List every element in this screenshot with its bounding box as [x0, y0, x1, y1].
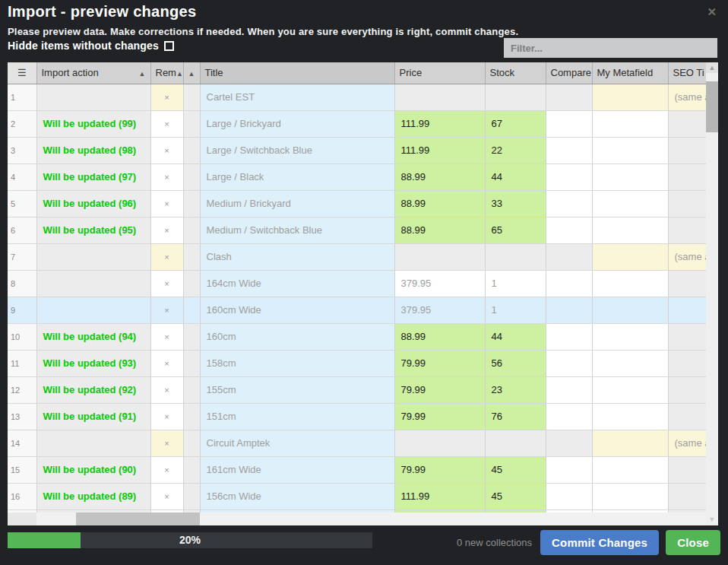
compare-cell[interactable] — [546, 456, 592, 483]
stock-cell[interactable]: 23 — [485, 376, 546, 403]
stock-cell[interactable] — [485, 84, 546, 110]
compare-cell[interactable] — [546, 84, 592, 110]
import-action-cell[interactable] — [36, 430, 150, 456]
price-cell[interactable]: 379.95 — [394, 270, 485, 297]
price-cell[interactable] — [394, 243, 485, 270]
seo-title-cell[interactable] — [668, 163, 706, 190]
import-action-cell[interactable] — [36, 270, 150, 297]
compare-cell[interactable] — [546, 270, 592, 297]
stock-cell[interactable]: 1 — [485, 297, 546, 323]
col-header-title[interactable]: Title — [200, 62, 394, 84]
compare-cell[interactable] — [546, 403, 592, 430]
import-action-cell[interactable]: Will be updated (98) — [36, 137, 150, 163]
stock-cell[interactable]: 76 — [485, 403, 546, 430]
spacer-cell[interactable] — [183, 376, 200, 403]
title-cell[interactable]: Medium / Brickyard — [200, 190, 394, 217]
remove-cell[interactable]: × — [150, 110, 183, 137]
title-cell[interactable]: 158cm — [200, 350, 394, 376]
compare-cell[interactable] — [546, 430, 592, 456]
price-cell[interactable]: 79.99 — [394, 403, 485, 430]
title-cell[interactable]: Large / Brickyard — [200, 110, 394, 137]
metafield-cell[interactable] — [592, 483, 668, 509]
col-header-price[interactable]: Price — [394, 62, 485, 84]
metafield-cell[interactable] — [592, 350, 668, 376]
import-action-cell[interactable]: Will be updated (96) — [36, 190, 150, 217]
stock-cell[interactable]: 44 — [485, 163, 546, 190]
spacer-cell[interactable] — [183, 110, 200, 137]
import-action-cell[interactable] — [36, 84, 150, 110]
price-cell[interactable]: 88.99 — [394, 217, 485, 243]
price-cell[interactable] — [394, 430, 485, 456]
metafield-cell[interactable] — [592, 456, 668, 483]
title-cell[interactable]: 164cm Wide — [200, 270, 394, 297]
title-cell[interactable]: Clash — [200, 243, 394, 270]
stock-cell[interactable]: 45 — [485, 456, 546, 483]
seo-title-cell[interactable] — [668, 190, 706, 217]
remove-cell[interactable]: × — [150, 403, 183, 430]
stock-cell[interactable]: 45 — [485, 483, 546, 509]
metafield-cell[interactable] — [592, 137, 668, 163]
seo-title-cell[interactable]: (same a — [668, 84, 706, 110]
metafield-cell[interactable] — [592, 323, 668, 350]
seo-title-cell[interactable] — [668, 110, 706, 137]
compare-cell[interactable] — [546, 297, 592, 323]
remove-cell[interactable]: × — [150, 217, 183, 243]
metafield-cell[interactable] — [592, 297, 668, 323]
import-action-cell[interactable]: Will be updated (99) — [36, 110, 150, 137]
import-action-cell[interactable]: Will be updated (97) — [36, 163, 150, 190]
remove-cell[interactable]: × — [150, 430, 183, 456]
stock-cell[interactable]: 33 — [485, 190, 546, 217]
filter-input[interactable] — [504, 38, 717, 58]
stock-cell[interactable]: 44 — [485, 323, 546, 350]
title-cell[interactable]: Cartel EST — [200, 84, 394, 110]
price-cell[interactable]: 111.99 — [394, 483, 485, 509]
import-action-cell[interactable]: Will be updated (90) — [36, 456, 150, 483]
remove-cell[interactable]: × — [150, 376, 183, 403]
compare-cell[interactable] — [546, 110, 592, 137]
spacer-cell[interactable] — [183, 483, 200, 509]
compare-cell[interactable] — [546, 483, 592, 509]
compare-cell[interactable] — [546, 163, 592, 190]
remove-cell[interactable]: × — [150, 137, 183, 163]
spacer-cell[interactable] — [183, 456, 200, 483]
title-cell[interactable]: 155cm — [200, 376, 394, 403]
seo-title-cell[interactable] — [668, 137, 706, 163]
seo-title-cell[interactable] — [668, 270, 706, 297]
title-cell[interactable]: 161cm Wide — [200, 456, 394, 483]
spacer-cell[interactable] — [183, 403, 200, 430]
import-action-cell[interactable] — [36, 297, 150, 323]
compare-cell[interactable] — [546, 243, 592, 270]
spacer-cell[interactable] — [183, 243, 200, 270]
title-cell[interactable]: Large / Black — [200, 163, 394, 190]
stock-cell[interactable]: 65 — [485, 217, 546, 243]
col-header-compare[interactable]: Compare — [546, 62, 592, 84]
seo-title-cell[interactable]: (same a — [668, 243, 706, 270]
spacer-cell[interactable] — [183, 350, 200, 376]
scroll-down-icon[interactable]: ▼ — [706, 514, 718, 525]
remove-cell[interactable]: × — [150, 483, 183, 509]
remove-cell[interactable]: × — [150, 323, 183, 350]
metafield-cell[interactable] — [592, 430, 668, 456]
metafield-cell[interactable] — [592, 84, 668, 110]
spacer-cell[interactable] — [183, 217, 200, 243]
title-cell[interactable]: Medium / Switchback Blue — [200, 217, 394, 243]
seo-title-cell[interactable] — [668, 403, 706, 430]
metafield-cell[interactable] — [592, 403, 668, 430]
seo-title-cell[interactable] — [668, 217, 706, 243]
import-action-cell[interactable]: Will be updated (95) — [36, 217, 150, 243]
compare-cell[interactable] — [546, 137, 592, 163]
col-header-rem[interactable]: Rem▲ — [150, 62, 183, 84]
remove-cell[interactable]: × — [150, 84, 183, 110]
price-cell[interactable]: 79.99 — [394, 456, 485, 483]
close-button[interactable]: Close — [666, 530, 720, 555]
compare-cell[interactable] — [546, 350, 592, 376]
compare-cell[interactable] — [546, 323, 592, 350]
remove-cell[interactable]: × — [150, 350, 183, 376]
title-cell[interactable]: Large / Switchback Blue — [200, 137, 394, 163]
metafield-cell[interactable] — [592, 217, 668, 243]
compare-cell[interactable] — [546, 376, 592, 403]
price-cell[interactable]: 379.95 — [394, 297, 485, 323]
compare-cell[interactable] — [546, 190, 592, 217]
stock-cell[interactable] — [485, 243, 546, 270]
price-cell[interactable] — [394, 84, 485, 110]
